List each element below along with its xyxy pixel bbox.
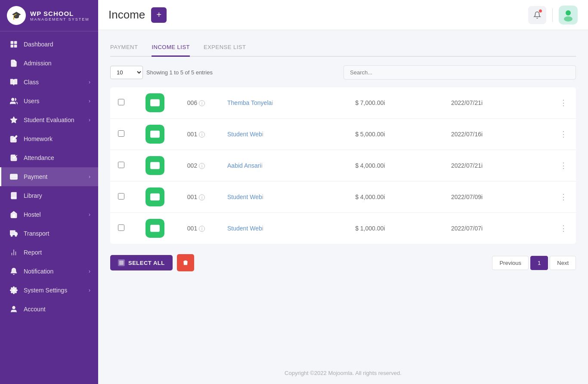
row-name: Aabid Ansarii xyxy=(220,150,348,181)
row-more-button[interactable]: ⋮ xyxy=(548,130,568,138)
row-more-button[interactable]: ⋮ xyxy=(548,99,568,107)
info-icon[interactable]: i xyxy=(481,225,483,232)
top-bar: Income + xyxy=(98,0,588,30)
svg-rect-1 xyxy=(15,41,17,43)
logo-icon: 🎓 xyxy=(7,6,26,25)
info-icon[interactable]: i xyxy=(384,225,385,232)
row-name: Student Webi xyxy=(220,213,348,244)
next-page-button[interactable]: Next xyxy=(550,256,576,270)
info-icon[interactable]: i xyxy=(272,99,273,106)
svg-point-6 xyxy=(12,98,14,101)
info-icon[interactable]: i xyxy=(262,225,263,232)
row-date: 2022/07/21i xyxy=(444,150,540,181)
payment-icon xyxy=(9,172,19,181)
info-icon[interactable]: i xyxy=(262,131,263,138)
admission-icon xyxy=(9,58,19,68)
page-title: Income xyxy=(108,8,145,22)
sidebar-item-library[interactable]: Library xyxy=(0,186,98,205)
tab-expense-list[interactable]: EXPENSE LIST xyxy=(204,40,246,57)
svg-rect-0 xyxy=(11,41,13,43)
row-more-button[interactable]: ⋮ xyxy=(548,193,568,201)
info-icon[interactable]: i xyxy=(384,162,385,169)
sidebar-item-student-evaluation[interactable]: Student Evaluation › xyxy=(0,111,98,129)
header-divider xyxy=(552,8,553,22)
sidebar-item-payment[interactable]: Payment › xyxy=(0,167,98,186)
tab-payment[interactable]: PAYMENT xyxy=(110,40,138,57)
svg-point-36 xyxy=(156,229,157,230)
row-checkbox-2[interactable] xyxy=(118,162,124,168)
users-icon xyxy=(9,96,19,106)
row-amount: $ 7,000.00i xyxy=(348,87,444,119)
add-income-button[interactable]: + xyxy=(151,7,167,23)
sidebar-item-class[interactable]: Class › xyxy=(0,73,98,92)
info-icon[interactable]: i xyxy=(199,132,205,138)
sidebar-item-notification[interactable]: Notification › xyxy=(0,262,98,281)
sidebar-item-label: Homework xyxy=(24,135,53,142)
info-icon[interactable]: i xyxy=(481,162,483,169)
row-more-button[interactable]: ⋮ xyxy=(548,162,568,169)
content-area: PAYMENT INCOME LIST EXPENSE LIST 10 25 5… xyxy=(98,30,588,362)
info-icon[interactable]: i xyxy=(199,226,205,232)
info-icon[interactable]: i xyxy=(261,162,263,169)
svg-marker-11 xyxy=(15,232,17,235)
notification-button[interactable] xyxy=(528,6,546,24)
select-all-button[interactable]: SELECT ALL xyxy=(110,255,173,270)
sidebar-item-hostel[interactable]: Hostel › xyxy=(0,205,98,224)
delete-button[interactable] xyxy=(177,254,194,271)
row-checkbox-1[interactable] xyxy=(118,130,124,137)
pagination: Previous 1 Next xyxy=(492,256,576,270)
sidebar-logo: 🎓 WP SCHOOL MANAGEMENT SYSTEM xyxy=(0,0,98,31)
svg-point-20 xyxy=(566,10,571,15)
table-row: 006i Themba Tonyelai $ 7,000.00i 2022/07… xyxy=(110,87,576,119)
sidebar-item-label: System Settings xyxy=(24,287,67,294)
row-checkbox-0[interactable] xyxy=(118,99,124,105)
sidebar-item-dashboard[interactable]: Dashboard xyxy=(0,35,98,54)
svg-rect-37 xyxy=(119,261,124,265)
sidebar-item-admission[interactable]: Admission xyxy=(0,54,98,73)
svg-rect-34 xyxy=(151,225,159,232)
svg-point-27 xyxy=(156,135,157,136)
previous-page-button[interactable]: Previous xyxy=(492,256,529,270)
sidebar-nav: Dashboard Admission Class › Users › Stud… xyxy=(0,31,98,384)
sidebar-item-transport[interactable]: Transport xyxy=(0,224,98,243)
row-more-button[interactable]: ⋮ xyxy=(548,224,568,232)
info-icon[interactable]: i xyxy=(481,99,483,106)
info-icon[interactable]: i xyxy=(481,194,483,200)
svg-rect-28 xyxy=(151,163,159,169)
chevron-right-icon: › xyxy=(89,174,90,180)
chevron-right-icon: › xyxy=(89,79,90,85)
info-icon[interactable]: i xyxy=(199,100,205,106)
row-id: 002i xyxy=(184,150,220,181)
tab-income-list[interactable]: INCOME LIST xyxy=(152,40,190,57)
avatar[interactable] xyxy=(559,6,578,25)
search-input[interactable] xyxy=(344,65,576,80)
transport-icon xyxy=(9,229,19,238)
row-checkbox-3[interactable] xyxy=(118,193,124,200)
attendance-icon xyxy=(9,153,19,163)
row-name: Themba Tonyelai xyxy=(220,87,348,119)
sidebar-item-report[interactable]: Report xyxy=(0,243,98,262)
sidebar-item-users[interactable]: Users › xyxy=(0,92,98,111)
sidebar-item-label: Admission xyxy=(24,60,52,67)
wallet-icon xyxy=(145,125,164,144)
sidebar-item-homework[interactable]: Homework xyxy=(0,129,98,148)
page-1-button[interactable]: 1 xyxy=(530,256,548,270)
sidebar-item-attendance[interactable]: Attendance xyxy=(0,148,98,167)
entries-per-page-select[interactable]: 10 25 50 100 xyxy=(110,66,143,79)
info-icon[interactable]: i xyxy=(481,131,483,138)
logo-text: WP SCHOOL MANAGEMENT SYSTEM xyxy=(30,10,90,22)
row-checkbox-4[interactable] xyxy=(118,224,124,231)
info-icon[interactable]: i xyxy=(199,194,205,200)
info-icon[interactable]: i xyxy=(384,99,385,106)
info-icon[interactable]: i xyxy=(262,194,263,200)
left-actions: SELECT ALL xyxy=(110,254,194,271)
info-icon[interactable]: i xyxy=(199,163,205,169)
info-icon[interactable]: i xyxy=(384,194,385,200)
sidebar-item-account[interactable]: Account xyxy=(0,300,98,319)
row-id: 001i xyxy=(184,119,220,150)
entries-select-group: 10 25 50 100 Showing 1 to 5 of 5 entries xyxy=(110,66,213,79)
info-icon[interactable]: i xyxy=(384,131,385,138)
row-date: 2022/07/21i xyxy=(444,87,540,119)
sidebar-item-system-settings[interactable]: System Settings › xyxy=(0,281,98,300)
row-id: 001i xyxy=(184,181,220,213)
